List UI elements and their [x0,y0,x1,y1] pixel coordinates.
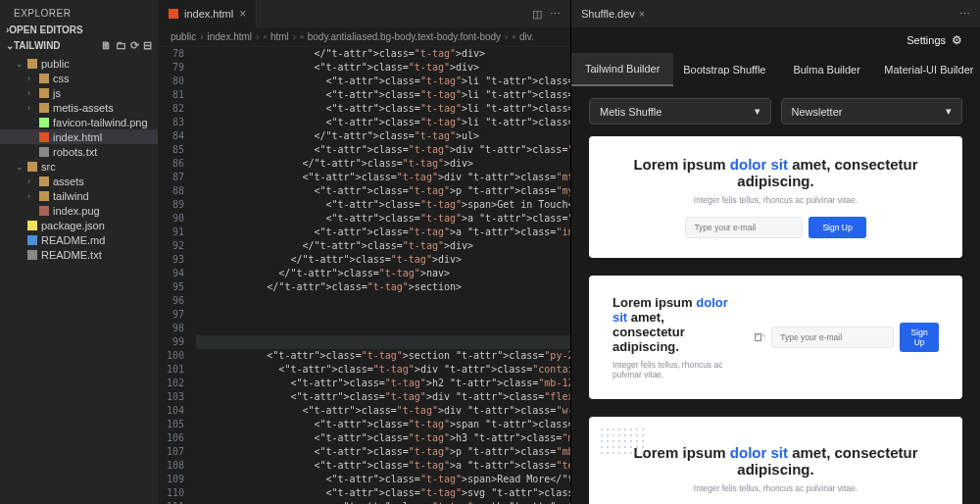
preview-card[interactable]: Lorem ipsum dolor sit amet, consectetur … [589,136,962,258]
breadcrumb[interactable]: public›index.html›▫html›▫body.antialiase… [159,27,570,47]
decorative-dots [599,427,646,458]
json-icon [27,221,37,230]
select-category-value: Newsletter [792,106,843,118]
new-folder-icon[interactable]: 🗀 [116,39,126,52]
open-editors-label: OPEN EDITORS [9,25,82,35]
preview-card[interactable]: Lorem ipsum dolor sit amet, consectetur … [589,276,962,399]
file-item[interactable]: robots.txt [0,144,158,159]
md-icon [27,235,37,245]
card-heading: Lorem ipsum dolor sit amet, consectetur … [612,156,939,189]
preview-card[interactable]: Lorem ipsum dolor sit amet, consectetur … [589,417,962,504]
builder-tab[interactable]: Bootstrap Shuffle [673,53,775,86]
open-editors-section[interactable]: › OPEN EDITORS [0,23,158,37]
select-template[interactable]: Metis Shuffle ▾ [589,98,771,125]
folder-icon [39,191,49,201]
tree-item-label: metis-assets [53,102,114,114]
breadcrumb-seg[interactable]: body.antialiased.bg-body.text-body.font-… [308,31,501,42]
chevron-right-icon: › [27,74,35,83]
chevron-right-icon: › [293,31,296,42]
txt-icon [39,147,49,157]
gear-icon[interactable]: ⚙ [952,33,962,47]
folder-item[interactable]: ›tailwind [0,188,158,203]
folder-item[interactable]: ›assets [0,174,158,188]
file-item[interactable]: index.pug [0,203,158,218]
html-icon [39,132,49,142]
element-icon: ▫ [512,31,515,42]
select-category[interactable]: Newsletter ▾ [781,98,963,125]
chevron-down-icon: ▾ [755,105,760,118]
tree-item-label: tailwind [53,190,89,202]
file-item[interactable]: README.md [0,232,158,247]
file-item[interactable]: README.txt [0,247,158,262]
tree-item-label: favicon-tailwind.png [53,117,148,128]
tree-item-label: assets [53,176,84,187]
element-icon: ▫ [300,31,304,42]
html-icon [169,9,178,19]
tree-item-label: index.html [53,131,102,143]
refresh-icon[interactable]: ⟳ [130,39,139,52]
folder-icon [39,103,49,113]
explorer-title: EXPLORER [0,0,158,23]
editor-pane: index.html × ◫ ⋯ public›index.html›▫html… [159,0,570,504]
folder-icon [27,162,37,172]
folder-item[interactable]: ›js [0,85,158,100]
editor-tab-label: index.html [184,8,233,20]
card-sub: Integer felis tellus, rhoncus ac pulvina… [612,195,939,205]
card-heading: Lorem ipsum dolor sit amet, consectetur … [612,295,735,354]
chevron-right-icon: › [505,31,508,42]
tree-item-label: public [41,58,70,70]
builder-tabs: Tailwind BuilderBootstrap ShuffleBulma B… [571,53,980,86]
signup-button[interactable]: Sign Up [808,217,865,238]
tree-item-label: js [53,87,61,99]
editor-tab-index[interactable]: index.html × [159,0,257,27]
tree-item-label: README.txt [41,249,102,261]
folder-item[interactable]: ⌄public [0,56,158,71]
card-sub: Integer felis tellus, rhoncus ac pulvina… [612,483,939,493]
editor-tabbar: index.html × ◫ ⋯ [159,0,570,27]
settings-label[interactable]: Settings [906,34,946,46]
new-file-icon[interactable]: 🗎 [101,39,112,52]
folder-icon [39,88,49,98]
file-item[interactable]: package.json [0,218,158,232]
collapse-icon[interactable]: ⊟ [143,39,152,52]
preview-scroll[interactable]: Lorem ipsum dolor sit amet, consectetur … [571,136,980,504]
email-input[interactable] [771,327,894,348]
chevron-right-icon: › [27,191,35,201]
breadcrumb-seg[interactable]: html [270,31,289,42]
breadcrumb-seg[interactable]: public [171,31,196,42]
folder-item[interactable]: ›metis-assets [0,100,158,115]
folder-item[interactable]: ⌄src [0,159,158,174]
folder-icon [39,176,49,186]
builder-tab[interactable]: Tailwind Builder [571,53,673,86]
builder-tab[interactable]: Bulma Builder [776,53,878,86]
file-item[interactable]: index.html [0,129,158,144]
split-editor-icon[interactable]: ◫ [532,8,542,21]
tree-item-label: robots.txt [53,146,97,158]
project-section[interactable]: ⌄ TAILWIND 🗎 🗀 ⟳ ⊟ [0,37,158,54]
folder-item[interactable]: ›css [0,71,158,85]
folder-icon [39,74,49,83]
email-input[interactable] [685,217,803,238]
more-icon[interactable]: ⋯ [950,8,980,21]
panel-tab-shuffle[interactable]: Shuffle.dev × [571,8,655,20]
folder-icon [27,59,37,69]
shuffle-panel: Shuffle.dev × ⋯ Settings ⚙ Tailwind Buil… [570,0,980,504]
tree-item-label: package.json [41,220,105,231]
close-icon[interactable]: × [239,7,246,21]
builder-tab[interactable]: Material-UI Builder [878,53,980,86]
more-icon[interactable]: ⋯ [550,8,561,21]
chevron-right-icon: › [256,31,259,42]
card-heading: Lorem ipsum dolor sit amet, consectetur … [612,444,939,478]
chevron-down-icon: ⌄ [16,59,24,69]
explorer-sidebar: EXPLORER › OPEN EDITORS ⌄ TAILWIND 🗎 🗀 ⟳… [0,0,159,504]
tree-item-label: src [41,161,56,173]
chevron-down-icon: ▾ [946,105,952,118]
code-body[interactable]: </"t-attr">class="t-tag">div> <"t-attr">… [196,47,570,504]
signup-button[interactable]: Sign Up [900,323,939,352]
breadcrumb-seg[interactable]: div. [519,31,534,42]
chevron-right-icon: › [27,88,35,98]
close-icon[interactable]: × [639,8,645,20]
breadcrumb-seg[interactable]: index.html [207,31,252,42]
pug-icon [39,206,49,216]
file-item[interactable]: favicon-tailwind.png [0,115,158,129]
